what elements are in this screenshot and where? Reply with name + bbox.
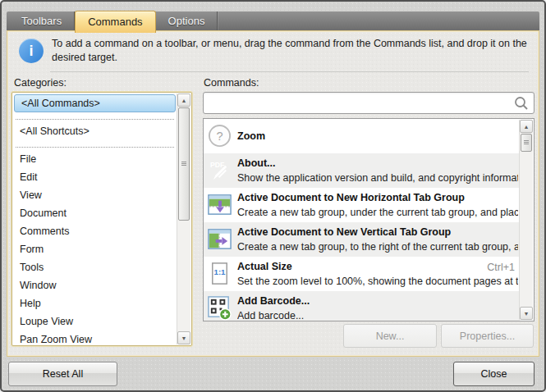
command-title: Actual Size: [237, 259, 518, 274]
info-banner-text: To add a command on a toolbar, or menu, …: [52, 37, 530, 65]
command-description: Set the zoom level to 100%, showing the …: [237, 274, 518, 289]
add-barcode-icon: [207, 295, 232, 321]
command-row[interactable]: ? Zoom: [204, 119, 520, 153]
actual-size-icon: 1:1: [207, 261, 232, 286]
command-title: Active Document to New Vertical Tab Grou…: [237, 225, 518, 239]
scroll-down-arrow-icon[interactable]: ▼: [520, 307, 533, 320]
tab-options[interactable]: Options: [156, 11, 218, 30]
search-icon: [513, 95, 530, 112]
category-item[interactable]: Edit: [13, 168, 177, 186]
svg-text:?: ?: [216, 130, 223, 143]
commands-list-rows: ? Zoom PDF About... Show the application…: [204, 119, 520, 321]
svg-text:PDF: PDF: [210, 161, 224, 169]
new-button[interactable]: New...: [343, 324, 437, 348]
category-item[interactable]: File: [13, 150, 177, 168]
commands-scrollbar[interactable]: ▲ ▼: [519, 120, 533, 320]
commands-listbox[interactable]: ? Zoom PDF About... Show the application…: [203, 118, 535, 321]
command-row[interactable]: Active Document to New Vertical Tab Grou…: [204, 222, 520, 257]
category-item[interactable]: Help: [13, 294, 177, 312]
scrollbar-thumb[interactable]: [521, 134, 532, 152]
customize-toolbars-dialog: Toolbars Commands Options i To add a com…: [0, 0, 546, 392]
command-description: Add barcode...: [237, 308, 518, 321]
category-item[interactable]: View: [13, 186, 177, 204]
category-separator: [16, 112, 174, 120]
category-item[interactable]: <All Commands>: [14, 94, 176, 112]
categories-listbox[interactable]: <All Commands><All Shortcuts>FileEditVie…: [11, 92, 192, 346]
categories-label: Categories:: [14, 77, 67, 89]
scroll-down-arrow-icon[interactable]: ▼: [177, 331, 190, 344]
scroll-up-arrow-icon[interactable]: ▲: [520, 120, 533, 133]
command-title: Zoom: [237, 129, 518, 144]
reset-all-button[interactable]: Reset All: [8, 362, 117, 386]
command-row[interactable]: Active Document to New Horizontal Tab Gr…: [204, 188, 520, 222]
info-icon: i: [19, 39, 44, 63]
command-row[interactable]: 1:1 Ctrl+1 Actual Size Set the zoom leve…: [204, 257, 520, 291]
category-item[interactable]: <All Shortcuts>: [13, 122, 177, 140]
command-title: About...: [237, 156, 518, 171]
commands-label: Commands:: [204, 77, 259, 89]
command-row[interactable]: PDF About... Show the application versio…: [204, 153, 520, 188]
command-title: Active Document to New Horizontal Tab Gr…: [237, 190, 518, 205]
question-circle-icon: ?: [207, 123, 232, 148]
horizontal-tab-group-icon: [207, 192, 232, 217]
info-separator: [50, 71, 529, 72]
category-item[interactable]: Form: [13, 240, 177, 258]
categories-list-items: <All Commands><All Shortcuts>FileEditVie…: [13, 94, 177, 346]
category-item[interactable]: Pan Zoom View: [13, 330, 177, 346]
scrollbar-thumb[interactable]: [178, 107, 190, 221]
categories-scrollbar[interactable]: ▲ ▼: [177, 93, 190, 344]
category-item[interactable]: Loupe View: [13, 312, 177, 330]
command-description: Create a new tab group, under the curren…: [237, 205, 518, 220]
commands-search-input[interactable]: [209, 94, 512, 113]
tab-commands[interactable]: Commands: [75, 11, 155, 33]
category-item[interactable]: Tools: [13, 258, 177, 276]
command-title: Add Barcode...: [237, 294, 518, 308]
svg-text:1:1: 1:1: [214, 267, 227, 276]
properties-button[interactable]: Properties...: [441, 324, 534, 348]
tab-strip: Toolbars Commands Options: [7, 11, 539, 30]
commands-tab-panel: i To add a command on a toolbar, or menu…: [7, 30, 539, 357]
category-item[interactable]: Comments: [13, 222, 177, 240]
vertical-tab-group-icon: [207, 226, 232, 252]
close-button[interactable]: Close: [453, 362, 535, 386]
category-item[interactable]: Window: [13, 276, 177, 294]
scroll-up-arrow-icon[interactable]: ▲: [177, 93, 190, 107]
category-item[interactable]: Document: [13, 204, 177, 222]
pdf-app-icon: PDF: [207, 157, 232, 183]
commands-search-box: [203, 92, 535, 114]
command-row[interactable]: Add Barcode... Add barcode...: [204, 291, 520, 321]
category-separator: [16, 140, 174, 148]
tab-toolbars[interactable]: Toolbars: [9, 11, 75, 30]
command-description: Create a new tab group, to the right of …: [237, 239, 518, 254]
command-description: Show the application version and build, …: [237, 171, 518, 185]
